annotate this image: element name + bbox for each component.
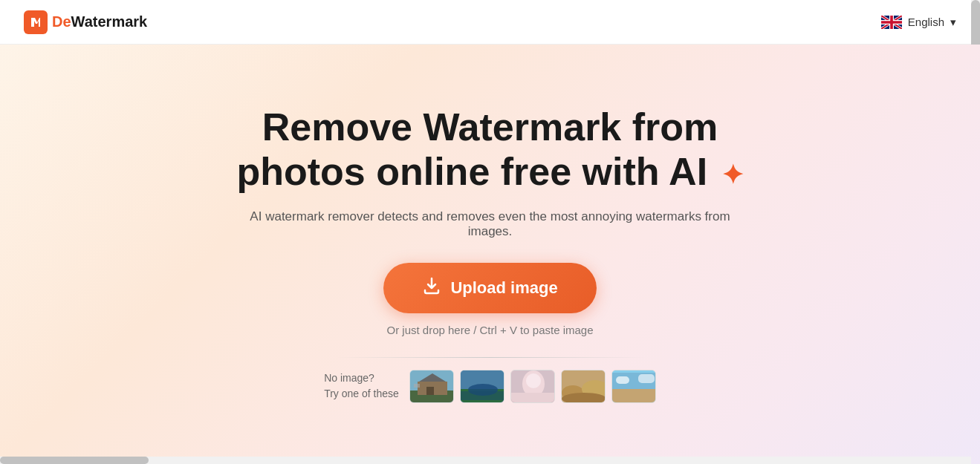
hero-section: Remove Watermark from photos online free… bbox=[0, 45, 980, 464]
sample-image-2[interactable] bbox=[460, 370, 504, 403]
flag-icon bbox=[881, 16, 902, 29]
drop-hint: Or just drop here / Ctrl + V to paste im… bbox=[386, 324, 593, 336]
svg-rect-14 bbox=[511, 393, 555, 403]
hero-title: Remove Watermark from photos online free… bbox=[236, 105, 743, 195]
upload-button[interactable]: Upload image bbox=[383, 263, 596, 313]
try-label: No image? Try one of these bbox=[324, 370, 399, 402]
header: DeWatermark English ▾ bbox=[0, 0, 980, 45]
sample-image-1[interactable] bbox=[409, 370, 454, 403]
try-section: No image? Try one of these bbox=[324, 370, 656, 403]
svg-rect-7 bbox=[414, 384, 420, 388]
svg-rect-11 bbox=[461, 391, 504, 400]
logo: DeWatermark bbox=[24, 10, 147, 34]
svg-rect-6 bbox=[426, 387, 434, 395]
chevron-down-icon: ▾ bbox=[950, 16, 956, 29]
svg-point-15 bbox=[526, 373, 541, 388]
bottom-scrollbar[interactable] bbox=[0, 457, 971, 464]
sample-image-5[interactable] bbox=[611, 370, 656, 403]
divider bbox=[334, 357, 646, 358]
language-label: English bbox=[908, 16, 944, 28]
sample-images bbox=[409, 370, 656, 403]
upload-button-label: Upload image bbox=[450, 278, 557, 298]
logo-text: DeWatermark bbox=[52, 13, 147, 30]
svg-rect-23 bbox=[616, 376, 629, 384]
bottom-scrollbar-thumb[interactable] bbox=[0, 457, 149, 464]
sample-image-3[interactable] bbox=[510, 370, 555, 403]
logo-icon bbox=[24, 10, 48, 34]
hero-subtitle: AI watermark remover detects and removes… bbox=[249, 209, 732, 239]
svg-rect-21 bbox=[612, 389, 656, 403]
upload-icon bbox=[422, 276, 441, 300]
sample-image-4[interactable] bbox=[561, 370, 606, 403]
sparkle-icon: ✦ bbox=[721, 160, 744, 190]
language-selector[interactable]: English ▾ bbox=[881, 16, 956, 29]
svg-rect-24 bbox=[638, 374, 655, 383]
